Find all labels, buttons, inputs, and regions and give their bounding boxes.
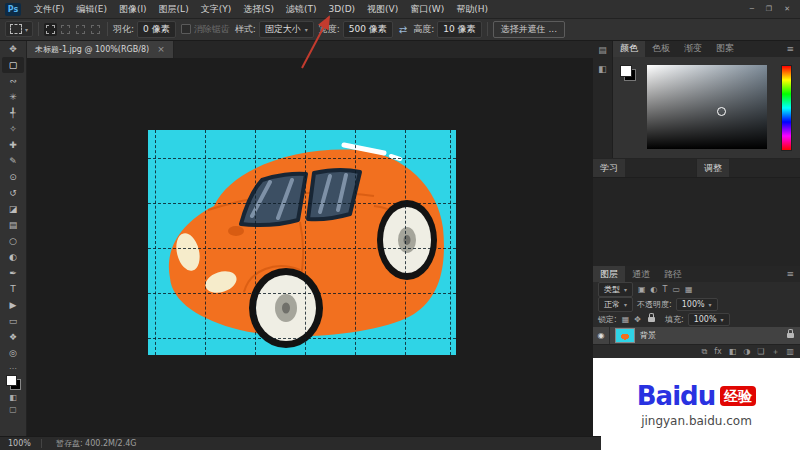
panel-menu-icon[interactable]: ≡ bbox=[780, 40, 800, 57]
menu-item[interactable]: 帮助(H) bbox=[450, 0, 494, 18]
lasso-tool[interactable]: ∾ bbox=[2, 73, 24, 89]
spot-healing-brush-tool[interactable]: ✚ bbox=[2, 137, 24, 153]
select-and-mask-button[interactable]: 选择并遮住 ... bbox=[493, 21, 565, 38]
hand-tool[interactable]: ❖ bbox=[2, 329, 24, 345]
history-panel-icon[interactable]: ▤ bbox=[598, 45, 607, 55]
mini-color-swatches[interactable] bbox=[620, 65, 636, 81]
subtract-selection-icon[interactable] bbox=[74, 23, 87, 36]
filter-type-icon[interactable]: T bbox=[662, 285, 669, 294]
tab-adjustments[interactable]: 调整 bbox=[697, 159, 729, 177]
link-layers-icon[interactable]: ⧉ bbox=[701, 347, 707, 357]
panel-menu-icon[interactable]: ≡ bbox=[780, 266, 800, 282]
path-selection-tool[interactable]: ▶ bbox=[2, 297, 24, 313]
delete-layer-icon[interactable]: ▥ bbox=[786, 347, 794, 356]
move-tool[interactable]: ✥ bbox=[2, 41, 24, 57]
menu-item[interactable]: 图像(I) bbox=[113, 0, 153, 18]
menu-item[interactable]: 滤镜(T) bbox=[280, 0, 323, 18]
new-group-icon[interactable]: ❏ bbox=[757, 347, 764, 356]
visibility-eye-icon[interactable]: ◉ bbox=[598, 331, 605, 340]
antialias-checkbox[interactable] bbox=[181, 24, 191, 34]
adjustment-layer-icon[interactable]: ◑ bbox=[743, 347, 750, 356]
quick-mask-icon[interactable]: ◧ bbox=[9, 392, 17, 404]
foreground-background-swatches[interactable] bbox=[6, 375, 21, 390]
minimize-icon[interactable]: ─ bbox=[750, 5, 754, 13]
tab-通道[interactable]: 通道 bbox=[625, 266, 657, 282]
layer-mask-icon[interactable]: ◧ bbox=[729, 347, 737, 356]
properties-panel-icon[interactable]: ◧ bbox=[598, 64, 607, 74]
menu-item[interactable]: 3D(D) bbox=[322, 0, 361, 18]
intersect-selection-icon[interactable] bbox=[89, 23, 102, 36]
hue-slider[interactable] bbox=[781, 65, 792, 151]
saturation-brightness-field[interactable] bbox=[647, 65, 767, 149]
dodge-tool[interactable]: ◐ bbox=[2, 249, 24, 265]
tab-learn[interactable]: 学习 bbox=[593, 159, 625, 177]
clone-stamp-tool[interactable]: ⊙ bbox=[2, 169, 24, 185]
close-icon[interactable]: ✕ bbox=[784, 5, 790, 13]
crop-tool[interactable]: ╃ bbox=[2, 105, 24, 121]
close-tab-icon[interactable]: × bbox=[157, 44, 165, 54]
tool-preset-picker[interactable]: ▾ bbox=[5, 21, 33, 37]
menu-item[interactable]: 文件(F) bbox=[28, 0, 70, 18]
add-selection-icon[interactable] bbox=[59, 23, 72, 36]
layer-row-background[interactable]: ◉ 背景 bbox=[593, 327, 800, 344]
document-tab[interactable]: 未标题-1.jpg @ 100%(RGB/8) × bbox=[27, 40, 174, 58]
style-dropdown[interactable]: 固定大小 ▾ bbox=[259, 21, 314, 38]
jingyan-badge: 经验 bbox=[720, 386, 756, 406]
filter-pixel-icon[interactable]: ▣ bbox=[637, 285, 647, 294]
filter-adjustment-icon[interactable]: ◐ bbox=[650, 285, 659, 294]
tab-色板[interactable]: 色板 bbox=[645, 40, 677, 57]
lock-position-icon[interactable]: ✥ bbox=[633, 315, 642, 324]
eyedropper-tool[interactable]: ✧ bbox=[2, 121, 24, 137]
edit-toolbar-icon[interactable]: … bbox=[9, 362, 17, 371]
screen-mode-icon[interactable]: ▢ bbox=[9, 404, 17, 416]
tab-渐变[interactable]: 渐变 bbox=[677, 40, 709, 57]
menu-item[interactable]: 窗口(W) bbox=[404, 0, 450, 18]
feather-input[interactable]: 0 像素 bbox=[137, 21, 176, 38]
tab-路径[interactable]: 路径 bbox=[657, 266, 689, 282]
layer-filter-dropdown[interactable]: 类型 ▾ bbox=[598, 282, 633, 297]
gradient-tool[interactable]: ▤ bbox=[2, 217, 24, 233]
rectangular-marquee-tool[interactable]: ▢ bbox=[2, 57, 24, 73]
eraser-tool[interactable]: ◪ bbox=[2, 201, 24, 217]
rectangle-tool[interactable]: ▭ bbox=[2, 313, 24, 329]
history-brush-tool[interactable]: ↺ bbox=[2, 185, 24, 201]
blend-mode-dropdown[interactable]: 正常 ▾ bbox=[598, 297, 633, 312]
menu-item[interactable]: 选择(S) bbox=[237, 0, 280, 18]
tab-颜色[interactable]: 颜色 bbox=[613, 40, 645, 57]
zoom-level-field[interactable]: 100% bbox=[8, 439, 42, 448]
layer-thumbnail[interactable] bbox=[615, 328, 635, 343]
options-bar: ▾ 羽化: 0 像素 消除锯齿 样式: 固定大小 ▾ 宽度: 500 像素 bbox=[0, 18, 800, 41]
brush-tool[interactable]: ✎ bbox=[2, 153, 24, 169]
tab-图案[interactable]: 图案 bbox=[709, 40, 741, 57]
foreground-color-swatch[interactable] bbox=[6, 375, 17, 386]
lock-transparent-icon[interactable]: ▦ bbox=[621, 315, 631, 324]
width-input[interactable]: 500 像素 bbox=[343, 21, 393, 38]
menu-item[interactable]: 视图(V) bbox=[361, 0, 404, 18]
tab-图层[interactable]: 图层 bbox=[593, 266, 625, 282]
menu-item[interactable]: 文字(Y) bbox=[195, 0, 238, 18]
menu-items: 文件(F)编辑(E)图像(I)图层(L)文字(Y)选择(S)滤镜(T)3D(D)… bbox=[28, 0, 494, 18]
filter-shape-icon[interactable]: ▭ bbox=[671, 285, 681, 294]
jingyan-url: jingyan.baidu.com bbox=[641, 414, 752, 428]
swap-dimensions-icon[interactable]: ⇄ bbox=[398, 24, 408, 35]
tools-panel: ✥▢∾✳╃✧✚✎⊙↺◪▤○◐✒T▶▭❖◎ … ◧ ▢ bbox=[0, 40, 27, 437]
height-input[interactable]: 10 像素 bbox=[437, 21, 481, 38]
type-tool[interactable]: T bbox=[2, 281, 24, 297]
pen-tool[interactable]: ✒ bbox=[2, 265, 24, 281]
fill-dropdown[interactable]: 100% ▾ bbox=[688, 313, 730, 326]
lock-all-icon[interactable] bbox=[648, 317, 655, 322]
menu-item[interactable]: 图层(L) bbox=[153, 0, 195, 18]
filter-smartobject-icon[interactable]: ▦ bbox=[684, 285, 694, 294]
opacity-dropdown[interactable]: 100% ▾ bbox=[676, 298, 718, 311]
window-controls: ─ ❐ ✕ bbox=[750, 5, 800, 13]
document-image[interactable] bbox=[148, 130, 456, 355]
new-layer-icon[interactable]: ＋ bbox=[771, 346, 779, 357]
maximize-icon[interactable]: ❐ bbox=[766, 5, 772, 13]
menu-item[interactable]: 编辑(E) bbox=[70, 0, 113, 18]
layer-effects-icon[interactable]: fx bbox=[714, 347, 722, 356]
magic-wand-tool[interactable]: ✳ bbox=[2, 89, 24, 105]
panel-strip: ▤◧ bbox=[593, 40, 613, 158]
blur-tool[interactable]: ○ bbox=[2, 233, 24, 249]
zoom-tool[interactable]: ◎ bbox=[2, 345, 24, 361]
new-selection-icon[interactable] bbox=[44, 23, 57, 36]
